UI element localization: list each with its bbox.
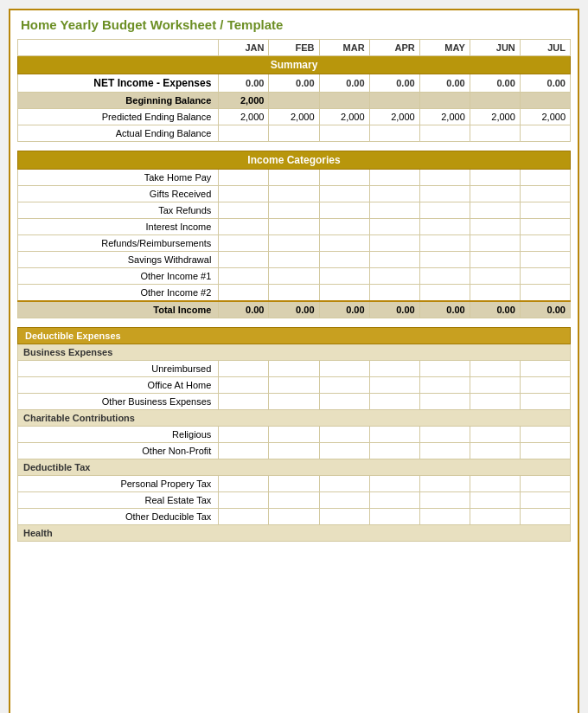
header-jan: JAN — [219, 40, 269, 56]
income-row-3-label: Interest Income — [18, 219, 219, 235]
total-income-row: Total Income 0.00 0.00 0.00 0.00 0.00 0.… — [18, 301, 571, 318]
property-tax-label: Personal Propery Tax — [18, 476, 219, 492]
total-income-apr: 0.00 — [369, 301, 419, 318]
income-row-1-label: Gifts Received — [18, 186, 219, 202]
income-row-5-label: Savings Withdrawal — [18, 252, 219, 268]
net-income-row: NET Income - Expenses 0.00 0.00 0.00 0.0… — [18, 74, 571, 93]
deductible-row-other-business: Other Business Expenses — [18, 394, 571, 410]
predicted-apr: 2,000 — [369, 109, 419, 125]
beginning-balance-jul — [520, 93, 570, 109]
health-label: Health — [18, 525, 571, 542]
actual-apr — [369, 125, 419, 142]
income-label: Income Categories — [18, 151, 571, 170]
deductible-row-property-tax: Personal Propery Tax — [18, 476, 571, 492]
business-expenses-label: Business Expenses — [18, 344, 571, 361]
actual-feb — [269, 125, 319, 142]
beginning-balance-label: Beginning Balance — [18, 93, 219, 109]
net-income-jul: 0.00 — [520, 74, 570, 93]
deductible-row-religious: Religious — [18, 427, 571, 443]
header-apr: APR — [369, 40, 419, 56]
net-income-label: NET Income - Expenses — [18, 74, 219, 93]
net-income-apr: 0.00 — [369, 74, 419, 93]
real-estate-label: Real Estate Tax — [18, 492, 219, 509]
total-income-jan: 0.00 — [219, 301, 269, 318]
deductible-row-unreimbursed: Unreimbursed — [18, 361, 571, 377]
charitable-label: Charitable Contributions — [18, 410, 571, 427]
income-row-0: Take Home Pay — [18, 170, 571, 186]
actual-ending-label: Actual Ending Balance — [18, 125, 219, 142]
net-income-feb: 0.00 — [269, 74, 319, 93]
income-table: Income Categories Take Home Pay Gifts Re… — [17, 151, 571, 318]
income-row-4-label: Refunds/Reimbursements — [18, 235, 219, 252]
income-row-5: Savings Withdrawal — [18, 252, 571, 268]
other-business-label: Other Business Expenses — [18, 394, 219, 410]
nonprofit-label: Other Non-Profit — [18, 443, 219, 459]
predicted-jul: 2,000 — [520, 109, 570, 125]
income-row-4: Refunds/Reimbursements — [18, 235, 571, 252]
deductible-row-nonprofit: Other Non-Profit — [18, 443, 571, 459]
net-income-jun: 0.00 — [470, 74, 520, 93]
income-section-header: Income Categories — [18, 151, 571, 170]
header-jun: JUN — [470, 40, 520, 56]
income-row-2-label: Tax Refunds — [18, 202, 219, 219]
page-title: Home Yearly Budget Worksheet / Template — [17, 17, 571, 32]
net-income-jan: 0.00 — [219, 74, 269, 93]
beginning-balance-feb — [269, 93, 319, 109]
summary-table: JAN FEB MAR APR MAY JUN JUL Summary NET … — [17, 39, 571, 142]
income-row-6-label: Other Income #1 — [18, 268, 219, 285]
predicted-feb: 2,000 — [269, 109, 319, 125]
beginning-balance-jun — [470, 93, 520, 109]
net-income-may: 0.00 — [419, 74, 470, 93]
total-income-feb: 0.00 — [269, 301, 319, 318]
beginning-balance-apr — [369, 93, 419, 109]
net-income-mar: 0.00 — [319, 74, 369, 93]
other-tax-label: Other Deducible Tax — [18, 509, 219, 525]
religious-label: Religious — [18, 427, 219, 443]
income-row-2: Tax Refunds — [18, 202, 571, 219]
summary-label: Summary — [18, 56, 571, 74]
income-row-7: Other Income #2 — [18, 285, 571, 302]
actual-ending-row: Actual Ending Balance — [18, 125, 571, 142]
total-income-label: Total Income — [18, 301, 219, 318]
header-mar: MAR — [319, 40, 369, 56]
deductible-row-other-tax: Other Deducible Tax — [18, 509, 571, 525]
predicted-ending-row: Predicted Ending Balance 2,000 2,000 2,0… — [18, 109, 571, 125]
income-row-6: Other Income #1 — [18, 268, 571, 285]
beginning-balance-value: 2,000 — [219, 93, 269, 109]
beginning-balance-mar — [319, 93, 369, 109]
summary-section-header: Summary — [18, 56, 571, 74]
health-header: Health — [18, 525, 571, 542]
worksheet-container: Home Yearly Budget Worksheet / Template … — [9, 9, 579, 713]
total-income-may: 0.00 — [419, 301, 470, 318]
total-income-jul: 0.00 — [520, 301, 570, 318]
beginning-balance-may — [419, 93, 470, 109]
predicted-jan: 2,000 — [219, 109, 269, 125]
actual-jun — [470, 125, 520, 142]
header-may: MAY — [419, 40, 470, 56]
income-row-3: Interest Income — [18, 219, 571, 235]
income-row-1: Gifts Received — [18, 186, 571, 202]
month-header-row: JAN FEB MAR APR MAY JUN JUL — [18, 40, 571, 56]
total-income-mar: 0.00 — [319, 301, 369, 318]
actual-may — [419, 125, 470, 142]
header-feb: FEB — [269, 40, 319, 56]
deductible-label: Deductible Expenses — [18, 328, 571, 344]
predicted-ending-label: Predicted Ending Balance — [18, 109, 219, 125]
header-jul: JUL — [520, 40, 570, 56]
deductible-section-header: Deductible Expenses — [18, 328, 571, 344]
deductible-row-office: Office At Home — [18, 377, 571, 394]
income-row-7-label: Other Income #2 — [18, 285, 219, 302]
total-income-jun: 0.00 — [470, 301, 520, 318]
charitable-header: Charitable Contributions — [18, 410, 571, 427]
unreimbursed-label: Unreimbursed — [18, 361, 219, 377]
actual-jul — [520, 125, 570, 142]
predicted-jun: 2,000 — [470, 109, 520, 125]
predicted-may: 2,000 — [419, 109, 470, 125]
actual-jan — [219, 125, 269, 142]
business-expenses-header: Business Expenses — [18, 344, 571, 361]
deductible-tax-label: Deductible Tax — [18, 459, 571, 476]
actual-mar — [319, 125, 369, 142]
income-row-0-label: Take Home Pay — [18, 170, 219, 186]
deductible-row-real-estate: Real Estate Tax — [18, 492, 571, 509]
deductible-tax-header: Deductible Tax — [18, 459, 571, 476]
